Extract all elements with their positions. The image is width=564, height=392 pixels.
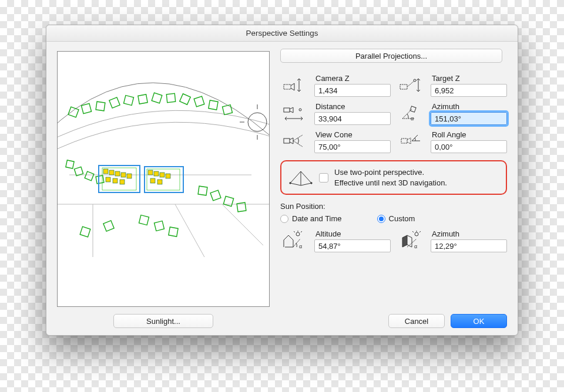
parallel-projections-button[interactable]: Parallel Projections...: [280, 49, 502, 63]
svg-rect-23: [237, 202, 246, 212]
svg-rect-11: [166, 93, 175, 102]
radio-date-time-label: Date and Time: [292, 214, 342, 223]
svg-rect-8: [124, 96, 134, 106]
plan-preview: [57, 51, 270, 307]
sun-azimuth-label: Azimuth: [432, 229, 507, 238]
svg-rect-28: [80, 227, 90, 237]
svg-rect-34: [121, 173, 126, 177]
dialog-title: Perspective Settings: [46, 25, 518, 42]
svg-rect-25: [155, 221, 164, 231]
svg-rect-43: [150, 178, 155, 183]
two-point-text: Use two-point perspective. Effective unt…: [334, 167, 447, 188]
svg-rect-37: [113, 178, 118, 183]
svg-rect-4: [68, 107, 79, 117]
svg-rect-16: [66, 160, 74, 168]
svg-rect-33: [115, 171, 120, 176]
sun-altitude-input[interactable]: [314, 239, 391, 252]
roll-angle-label: Roll Angle: [432, 130, 507, 139]
radio-custom[interactable]: Custom: [377, 214, 415, 223]
svg-rect-42: [166, 174, 170, 178]
sun-azimuth-input[interactable]: [431, 239, 507, 252]
sun-position-title: Sun Position:: [280, 202, 507, 211]
svg-rect-52: [410, 106, 416, 112]
distance-icon: [283, 103, 306, 122]
svg-rect-5: [81, 103, 91, 113]
svg-rect-48: [400, 85, 407, 89]
svg-rect-22: [223, 196, 233, 206]
svg-rect-41: [160, 173, 164, 177]
svg-line-60: [301, 231, 302, 232]
svg-rect-20: [198, 186, 207, 195]
svg-rect-54: [284, 138, 290, 143]
svg-point-49: [414, 79, 416, 82]
svg-rect-40: [154, 171, 159, 176]
radio-date-time[interactable]: Date and Time: [280, 214, 342, 223]
svg-rect-39: [148, 170, 153, 175]
svg-rect-38: [120, 180, 125, 184]
svg-rect-17: [74, 167, 83, 175]
svg-rect-55: [401, 138, 407, 143]
svg-text:α: α: [414, 244, 417, 249]
two-point-perspective-group: Use two-point perspective. Effective unt…: [280, 160, 507, 195]
camera-z-icon: [283, 75, 306, 94]
svg-line-61: [294, 231, 295, 232]
svg-rect-18: [85, 171, 94, 181]
radio-custom-label: Custom: [389, 214, 415, 223]
svg-rect-7: [109, 97, 120, 108]
azimuth-icon: α: [399, 103, 422, 122]
azimuth-input[interactable]: [431, 112, 507, 125]
svg-rect-32: [109, 170, 114, 175]
svg-rect-6: [96, 102, 105, 111]
svg-line-65: [419, 231, 421, 232]
svg-text:α: α: [299, 244, 302, 249]
sun-azimuth-icon: α: [399, 231, 422, 249]
perspective-settings-dialog: Perspective Settings: [46, 25, 518, 336]
svg-rect-12: [180, 94, 190, 104]
camera-z-label: Camera Z: [315, 74, 391, 83]
svg-rect-47: [284, 85, 291, 89]
distance-label: Distance: [315, 102, 391, 111]
svg-rect-9: [138, 94, 147, 104]
svg-point-63: [415, 232, 418, 236]
svg-point-57: [311, 182, 312, 183]
azimuth-label: Azimuth: [432, 102, 507, 111]
svg-rect-14: [209, 100, 218, 110]
view-cone-label: View Cone: [315, 130, 391, 139]
svg-rect-26: [169, 227, 178, 236]
two-point-icon: [288, 168, 313, 188]
target-z-label: Target Z: [432, 74, 507, 83]
two-point-checkbox[interactable]: [319, 173, 328, 183]
svg-rect-35: [127, 174, 132, 178]
roll-angle-icon: [399, 131, 422, 150]
sun-altitude-label: Altitude: [315, 229, 391, 238]
svg-point-58: [296, 232, 300, 236]
roll-angle-input[interactable]: [431, 140, 507, 153]
svg-point-0: [248, 113, 267, 131]
target-z-icon: [399, 75, 422, 94]
ok-button[interactable]: OK: [451, 314, 507, 328]
svg-rect-50: [284, 108, 290, 112]
svg-rect-44: [157, 180, 162, 184]
svg-line-66: [412, 231, 414, 232]
svg-point-51: [299, 109, 301, 111]
view-cone-input[interactable]: [314, 140, 391, 153]
svg-point-56: [290, 182, 291, 183]
distance-input[interactable]: [314, 112, 391, 125]
view-cone-icon: [283, 131, 306, 150]
plan-drawing-icon: [58, 52, 269, 257]
svg-rect-15: [223, 105, 233, 115]
svg-rect-13: [194, 96, 204, 107]
cancel-button[interactable]: Cancel: [388, 314, 445, 328]
camera-z-input[interactable]: [314, 84, 391, 97]
target-z-input[interactable]: [431, 84, 507, 97]
sun-altitude-icon: α: [283, 231, 306, 249]
svg-rect-27: [103, 221, 114, 231]
svg-rect-19: [96, 175, 104, 184]
svg-rect-21: [210, 190, 221, 201]
svg-rect-36: [106, 177, 110, 182]
svg-rect-24: [139, 215, 149, 225]
svg-rect-10: [152, 93, 162, 103]
svg-text:α: α: [411, 116, 414, 121]
svg-rect-31: [103, 169, 108, 174]
sunlight-button[interactable]: Sunlight...: [113, 314, 213, 328]
